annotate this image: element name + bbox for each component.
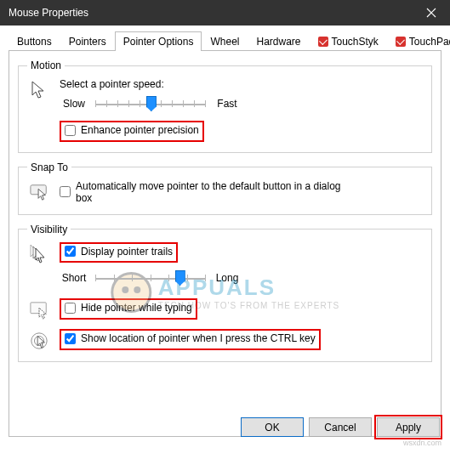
tab-pointer-options[interactable]: Pointer Options — [115, 31, 202, 51]
slider-thumb-icon — [175, 270, 185, 286]
ctrl-locate-icon — [30, 331, 48, 351]
cancel-button[interactable]: Cancel — [309, 417, 372, 437]
group-visibility: Visibility Display pointer trails — [18, 224, 432, 363]
group-visibility-legend: Visibility — [27, 224, 71, 235]
ctrl-locate-checkbox[interactable]: Show location of pointer when I press th… — [65, 332, 316, 344]
close-icon — [426, 8, 436, 18]
group-snapto: Snap To Automatically move pointer to th… — [18, 162, 432, 215]
touchstyk-icon — [318, 37, 328, 47]
tab-strip: Buttons Pointers Pointer Options Wheel H… — [9, 31, 441, 51]
hide-pointer-label: Hide pointer while typing — [81, 302, 192, 314]
window-title: Mouse Properties — [9, 7, 88, 19]
group-motion: Motion Select a pointer speed: Slow — [18, 60, 432, 153]
source-watermark: wsxdn.com — [403, 439, 441, 447]
tab-panel: Motion Select a pointer speed: Slow — [9, 51, 441, 437]
hide-pointer-icon — [30, 300, 48, 320]
ok-button[interactable]: OK — [241, 417, 304, 437]
slider-thumb-icon — [146, 96, 157, 111]
pointer-icon — [30, 80, 48, 100]
snapto-label: Automatically move pointer to the defaul… — [76, 180, 348, 204]
tab-buttons[interactable]: Buttons — [9, 31, 60, 51]
pointer-speed-slider[interactable] — [95, 95, 206, 112]
close-button[interactable] — [413, 0, 450, 26]
trails-icon — [30, 244, 48, 264]
enhance-precision-input[interactable] — [65, 125, 76, 136]
tab-touchstyk[interactable]: TouchStyk — [310, 31, 387, 51]
tab-pointers[interactable]: Pointers — [60, 31, 115, 51]
trails-length-slider[interactable] — [95, 269, 206, 286]
trails-input[interactable] — [65, 246, 76, 257]
trails-label: Display pointer trails — [81, 246, 173, 258]
group-motion-legend: Motion — [27, 60, 65, 71]
tab-wheel[interactable]: Wheel — [202, 31, 248, 51]
short-label: Short — [60, 272, 88, 284]
speed-caption: Select a pointer speed: — [60, 78, 423, 90]
dialog-button-bar: OK Cancel Apply — [241, 417, 440, 437]
tab-hardware[interactable]: Hardware — [248, 31, 309, 51]
slow-label: Slow — [60, 98, 88, 110]
apply-button[interactable]: Apply — [377, 417, 440, 437]
trails-checkbox[interactable]: Display pointer trails — [65, 246, 173, 258]
hide-pointer-checkbox[interactable]: Hide pointer while typing — [65, 302, 192, 314]
touchpad-icon — [396, 37, 406, 47]
snapto-input[interactable] — [60, 186, 71, 197]
group-snapto-legend: Snap To — [27, 162, 71, 173]
snapto-icon — [30, 182, 48, 202]
enhance-precision-checkbox[interactable]: Enhance pointer precision — [65, 124, 199, 136]
enhance-precision-label: Enhance pointer precision — [81, 124, 199, 136]
snapto-checkbox[interactable]: Automatically move pointer to the defaul… — [60, 180, 348, 204]
tab-touchpad[interactable]: TouchPad — [387, 31, 450, 51]
ctrl-locate-label: Show location of pointer when I press th… — [81, 332, 316, 344]
ctrl-locate-input[interactable] — [65, 333, 76, 344]
hide-pointer-input[interactable] — [65, 303, 76, 314]
fast-label: Fast — [213, 98, 242, 110]
long-label: Long — [213, 272, 242, 284]
